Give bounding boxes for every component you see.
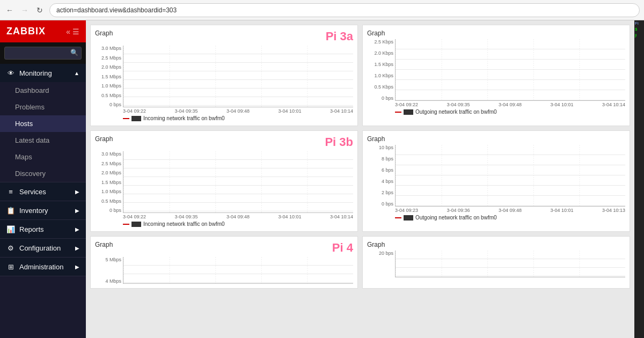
svg-rect-1	[123, 46, 353, 107]
svg-rect-15	[396, 251, 625, 277]
legend-text-1: Incoming network traffic on bwfm0	[143, 115, 225, 121]
sidebar-logo: ZABBIX « ☰	[0, 20, 86, 42]
app-container: ZABBIX « ☰ 🔍 👁 Monitoring ▲ Dashb	[0, 20, 644, 338]
graph-pi3a-outgoing: Graph 2.5 Kbps 2.0 Kbps 1.5 Kbps 1.0 Kbp…	[362, 25, 630, 126]
nav-services[interactable]: ≡ Services ▶	[0, 182, 86, 201]
menu-button[interactable]: ☰	[72, 27, 79, 36]
back-button[interactable]: ←	[4, 5, 15, 16]
legend-text-4: Outgoing network traffic on bwfm0	[415, 215, 497, 221]
graphs-grid: Graph Pi 3a 3.0 Mbps 2.5 Mbps 2.0 Mbps 1…	[90, 25, 630, 289]
reports-arrow: ▶	[75, 226, 79, 232]
url-bar[interactable]	[49, 3, 640, 17]
legend-dash-2	[395, 112, 401, 113]
reports-section: 📊 Reports ▶	[0, 220, 86, 239]
reports-label: Reports	[19, 225, 44, 233]
legend-text-2: Outgoing network traffic on bwfm0	[415, 109, 497, 115]
nav-monitoring[interactable]: 👁 Monitoring ▲	[0, 64, 86, 82]
configuration-section: ⚙ Configuration ▶	[0, 239, 86, 258]
configuration-icon: ⚙	[6, 244, 15, 252]
graph-pi3b-outgoing: Graph 10 bps 8 bps 6 bps 4 bps 2 bps 0 b…	[362, 130, 630, 232]
nav-configuration[interactable]: ⚙ Configuration ▶	[0, 239, 86, 257]
problems-label: Problems	[15, 103, 45, 111]
pi3a-label: Pi 3a	[326, 30, 353, 43]
monitoring-label: Monitoring	[19, 69, 52, 77]
inventory-arrow: ▶	[75, 208, 79, 214]
sidebar: ZABBIX « ☰ 🔍 👁 Monitoring ▲ Dashb	[0, 20, 86, 338]
svg-rect-5	[396, 39, 625, 100]
discovery-label: Discovery	[15, 170, 46, 178]
monitoring-icon: 👁	[6, 69, 15, 77]
services-icon: ≡	[6, 187, 15, 196]
legend-text-3: Incoming network traffic on bwfm0	[143, 221, 225, 227]
nav-maps[interactable]: Maps	[0, 149, 86, 165]
graph-title-1: Graph	[95, 30, 113, 37]
graph-title-5: Graph	[95, 241, 113, 248]
nav-dashboard[interactable]: Dashboard	[0, 82, 86, 99]
sidebar-toggle-buttons: « ☰	[66, 27, 79, 36]
graph-title-3: Graph	[95, 135, 113, 143]
nav-administration[interactable]: ⊞ Administration ▶	[0, 258, 86, 276]
nav-hosts[interactable]: Hosts	[0, 115, 86, 132]
services-label: Services	[19, 188, 46, 196]
pi4-label: Pi 4	[332, 241, 353, 255]
legend-box-1	[131, 116, 141, 121]
latest-data-label: Latest data	[15, 136, 49, 144]
legend-box-3	[131, 222, 141, 227]
svg-rect-13	[123, 257, 353, 283]
inventory-icon: 📋	[6, 206, 15, 215]
administration-arrow: ▶	[75, 264, 79, 270]
collapse-button[interactable]: «	[66, 27, 70, 36]
right-edge-panel: Fi $ ji	[634, 20, 644, 338]
graph-pi3a-incoming: Graph Pi 3a 3.0 Mbps 2.5 Mbps 2.0 Mbps 1…	[90, 25, 358, 126]
services-arrow: ▶	[75, 189, 79, 195]
graph-title-2: Graph	[367, 30, 385, 37]
services-section: ≡ Services ▶	[0, 182, 86, 201]
legend-dash-4	[395, 217, 401, 218]
logo-text: ZABBIX	[6, 26, 46, 37]
nav-discovery[interactable]: Discovery	[0, 165, 86, 182]
svg-rect-11	[396, 145, 625, 206]
hosts-label: Hosts	[15, 120, 33, 128]
nav-latest-data[interactable]: Latest data	[0, 132, 86, 149]
administration-icon: ⊞	[6, 262, 15, 271]
administration-label: Administration	[19, 263, 63, 271]
search-icon: 🔍	[70, 49, 78, 56]
main-content[interactable]: Graph Pi 3a 3.0 Mbps 2.5 Mbps 2.0 Mbps 1…	[86, 20, 634, 338]
forward-button[interactable]: →	[19, 5, 30, 16]
legend-box-4	[404, 215, 413, 221]
legend-dash-3	[123, 224, 129, 225]
configuration-arrow: ▶	[75, 245, 79, 251]
sidebar-nav: 👁 Monitoring ▲ Dashboard Problems Hosts …	[0, 64, 86, 338]
reports-icon: 📊	[6, 225, 15, 233]
maps-label: Maps	[15, 153, 32, 161]
configuration-label: Configuration	[19, 244, 61, 252]
nav-inventory[interactable]: 📋 Inventory ▶	[0, 201, 86, 219]
svg-rect-8	[123, 151, 353, 212]
refresh-button[interactable]: ↻	[34, 5, 45, 16]
graph-pi4-incoming: Graph Pi 4 5 Mbps 4 Mbps	[90, 236, 358, 289]
pi3b-label: Pi 3b	[325, 135, 353, 149]
legend-dash-1	[123, 118, 129, 119]
nav-reports[interactable]: 📊 Reports ▶	[0, 220, 86, 238]
monitoring-section: 👁 Monitoring ▲ Dashboard Problems Hosts …	[0, 64, 86, 182]
browser-bar: ← → ↻	[0, 0, 644, 20]
administration-section: ⊞ Administration ▶	[0, 258, 86, 276]
nav-problems[interactable]: Problems	[0, 99, 86, 115]
monitoring-arrow: ▲	[74, 70, 79, 76]
graph-title-6: Graph	[367, 241, 385, 248]
inventory-label: Inventory	[19, 207, 48, 215]
graph-title-4: Graph	[367, 135, 385, 143]
legend-box-2	[404, 109, 413, 115]
sidebar-search-area: 🔍	[0, 42, 86, 64]
dashboard-label: Dashboard	[15, 86, 49, 94]
graph-pi4-outgoing: Graph 20 bps	[362, 236, 630, 289]
graph-pi3b-incoming: Graph Pi 3b 3.0 Mbps 2.5 Mbps 2.0 Mbps 1…	[90, 130, 358, 232]
inventory-section: 📋 Inventory ▶	[0, 201, 86, 220]
